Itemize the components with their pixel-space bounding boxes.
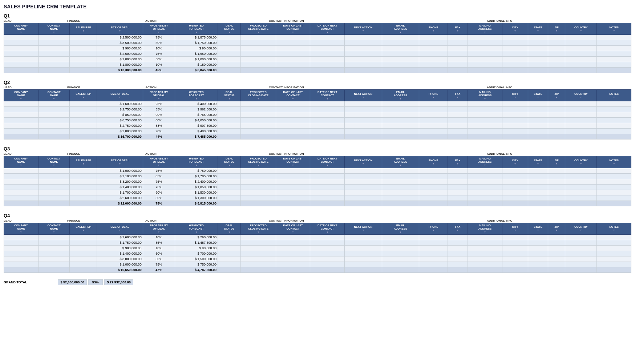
filter-dropdown-arrow[interactable]: ▼ bbox=[195, 98, 197, 100]
filter-dropdown-arrow[interactable]: ▼ bbox=[82, 30, 84, 32]
cat-label-action: ACTION bbox=[145, 219, 269, 222]
filter-dropdown-arrow[interactable]: ▼ bbox=[257, 98, 259, 100]
filter-dropdown-arrow[interactable]: ▼ bbox=[580, 163, 582, 165]
filter-dropdown-arrow[interactable]: ▼ bbox=[292, 164, 294, 166]
filter-dropdown-arrow[interactable]: ▼ bbox=[613, 163, 615, 165]
cat-label-finance: FINANCE bbox=[67, 219, 145, 222]
col-header-deal-status: DEALSTATUS ▼ bbox=[218, 90, 241, 101]
filter-dropdown-arrow[interactable]: ▼ bbox=[537, 30, 539, 32]
filter-dropdown-arrow[interactable]: ▼ bbox=[613, 229, 615, 231]
table-row: $ 6,750,000.0060%$ 4,050,000.00 bbox=[4, 118, 631, 123]
filter-dropdown-arrow[interactable]: ▼ bbox=[432, 96, 434, 98]
filter-dropdown-arrow[interactable]: ▼ bbox=[580, 229, 582, 231]
filter-dropdown-arrow[interactable]: ▼ bbox=[457, 96, 459, 98]
filter-dropdown-arrow[interactable]: ▼ bbox=[432, 229, 434, 231]
filter-dropdown-arrow[interactable]: ▼ bbox=[580, 30, 582, 32]
filter-dropdown-arrow[interactable]: ▼ bbox=[20, 164, 22, 166]
col-header-notes: NOTES ▼ bbox=[597, 90, 631, 101]
filter-dropdown-arrow[interactable]: ▼ bbox=[53, 98, 55, 100]
filter-dropdown-arrow[interactable]: ▼ bbox=[484, 164, 486, 166]
col-header-phone: PHONE ▼ bbox=[419, 90, 448, 101]
table-row: $ 1,750,000.0085%$ 1,487,500.00 bbox=[4, 240, 631, 245]
filter-dropdown-arrow[interactable]: ▼ bbox=[457, 229, 459, 231]
filter-dropdown-arrow[interactable]: ▼ bbox=[228, 164, 230, 166]
grand-total-prob: 53% bbox=[88, 279, 103, 285]
filter-dropdown-arrow[interactable]: ▼ bbox=[158, 31, 160, 33]
filter-dropdown-arrow[interactable]: ▼ bbox=[537, 229, 539, 231]
filter-dropdown-arrow[interactable]: ▼ bbox=[228, 98, 230, 100]
filter-dropdown-arrow[interactable]: ▼ bbox=[228, 231, 230, 233]
col-header-next-action: NEXT ACTION ▼ bbox=[344, 23, 382, 35]
filter-dropdown-arrow[interactable]: ▼ bbox=[399, 231, 401, 233]
filter-dropdown-arrow[interactable]: ▼ bbox=[119, 96, 121, 98]
filter-dropdown-arrow[interactable]: ▼ bbox=[158, 164, 160, 166]
filter-dropdown-arrow[interactable]: ▼ bbox=[432, 163, 434, 165]
filter-dropdown-arrow[interactable]: ▼ bbox=[326, 31, 328, 33]
filter-dropdown-arrow[interactable]: ▼ bbox=[82, 163, 84, 165]
cat-label-additional-info: ADDITIONAL INFO bbox=[487, 19, 631, 23]
cat-label-additional-info: ADDITIONAL INFO bbox=[487, 152, 631, 155]
filter-dropdown-arrow[interactable]: ▼ bbox=[292, 98, 294, 100]
filter-dropdown-arrow[interactable]: ▼ bbox=[362, 229, 364, 231]
filter-dropdown-arrow[interactable]: ▼ bbox=[119, 163, 121, 165]
filter-dropdown-arrow[interactable]: ▼ bbox=[555, 163, 558, 165]
col-header-city: CITY ▼ bbox=[502, 23, 528, 35]
filter-dropdown-arrow[interactable]: ▼ bbox=[580, 96, 582, 98]
filter-dropdown-arrow[interactable]: ▼ bbox=[484, 98, 486, 100]
filter-dropdown-arrow[interactable]: ▼ bbox=[514, 96, 516, 98]
filter-dropdown-arrow[interactable]: ▼ bbox=[362, 163, 364, 165]
filter-dropdown-arrow[interactable]: ▼ bbox=[228, 31, 230, 33]
filter-dropdown-arrow[interactable]: ▼ bbox=[399, 164, 401, 166]
filter-dropdown-arrow[interactable]: ▼ bbox=[20, 98, 22, 100]
filter-dropdown-arrow[interactable]: ▼ bbox=[555, 96, 558, 98]
filter-dropdown-arrow[interactable]: ▼ bbox=[514, 30, 516, 32]
table-row: $ 1,000,000.0075%$ 750,000.00 bbox=[4, 262, 631, 267]
filter-dropdown-arrow[interactable]: ▼ bbox=[119, 229, 121, 231]
filter-dropdown-arrow[interactable]: ▼ bbox=[53, 31, 55, 33]
filter-dropdown-arrow[interactable]: ▼ bbox=[514, 229, 516, 231]
filter-dropdown-arrow[interactable]: ▼ bbox=[537, 163, 539, 165]
filter-dropdown-arrow[interactable]: ▼ bbox=[484, 31, 486, 33]
col-header-state: STATE ▼ bbox=[528, 23, 548, 35]
filter-dropdown-arrow[interactable]: ▼ bbox=[53, 164, 55, 166]
filter-dropdown-arrow[interactable]: ▼ bbox=[20, 31, 22, 33]
filter-dropdown-arrow[interactable]: ▼ bbox=[555, 229, 558, 231]
filter-dropdown-arrow[interactable]: ▼ bbox=[362, 30, 364, 32]
filter-dropdown-arrow[interactable]: ▼ bbox=[537, 96, 539, 98]
filter-dropdown-arrow[interactable]: ▼ bbox=[195, 231, 197, 233]
filter-dropdown-arrow[interactable]: ▼ bbox=[326, 231, 328, 233]
filter-dropdown-arrow[interactable]: ▼ bbox=[484, 231, 486, 233]
filter-dropdown-arrow[interactable]: ▼ bbox=[399, 98, 401, 100]
filter-dropdown-arrow[interactable]: ▼ bbox=[195, 31, 197, 33]
filter-dropdown-arrow[interactable]: ▼ bbox=[53, 231, 55, 233]
filter-dropdown-arrow[interactable]: ▼ bbox=[257, 231, 259, 233]
filter-dropdown-arrow[interactable]: ▼ bbox=[326, 164, 328, 166]
filter-dropdown-arrow[interactable]: ▼ bbox=[195, 164, 197, 166]
filter-dropdown-arrow[interactable]: ▼ bbox=[399, 31, 401, 33]
filter-dropdown-arrow[interactable]: ▼ bbox=[555, 30, 558, 32]
filter-dropdown-arrow[interactable]: ▼ bbox=[158, 98, 160, 100]
filter-dropdown-arrow[interactable]: ▼ bbox=[613, 30, 615, 32]
filter-dropdown-arrow[interactable]: ▼ bbox=[457, 163, 459, 165]
filter-dropdown-arrow[interactable]: ▼ bbox=[82, 96, 84, 98]
filter-dropdown-arrow[interactable]: ▼ bbox=[292, 231, 294, 233]
col-header-size-of-deal: SIZE OF DEAL ▼ bbox=[97, 223, 143, 234]
col-header-sales-rep: SALES REP ▼ bbox=[70, 223, 97, 234]
filter-dropdown-arrow[interactable]: ▼ bbox=[613, 96, 615, 98]
col-header-state: STATE ▼ bbox=[528, 156, 548, 168]
filter-dropdown-arrow[interactable]: ▼ bbox=[292, 31, 294, 33]
filter-dropdown-arrow[interactable]: ▼ bbox=[257, 31, 259, 33]
filter-dropdown-arrow[interactable]: ▼ bbox=[326, 98, 328, 100]
col-header-zip: ZIP ▼ bbox=[548, 90, 565, 101]
col-header-phone: PHONE ▼ bbox=[419, 223, 448, 234]
filter-dropdown-arrow[interactable]: ▼ bbox=[119, 30, 121, 32]
filter-dropdown-arrow[interactable]: ▼ bbox=[20, 231, 22, 233]
filter-dropdown-arrow[interactable]: ▼ bbox=[362, 96, 364, 98]
filter-dropdown-arrow[interactable]: ▼ bbox=[82, 229, 84, 231]
filter-dropdown-arrow[interactable]: ▼ bbox=[432, 30, 434, 32]
filter-dropdown-arrow[interactable]: ▼ bbox=[514, 163, 516, 165]
filter-dropdown-arrow[interactable]: ▼ bbox=[257, 164, 259, 166]
col-header-country: COUNTRY ▼ bbox=[565, 223, 597, 234]
filter-dropdown-arrow[interactable]: ▼ bbox=[158, 231, 160, 233]
filter-dropdown-arrow[interactable]: ▼ bbox=[457, 30, 459, 32]
